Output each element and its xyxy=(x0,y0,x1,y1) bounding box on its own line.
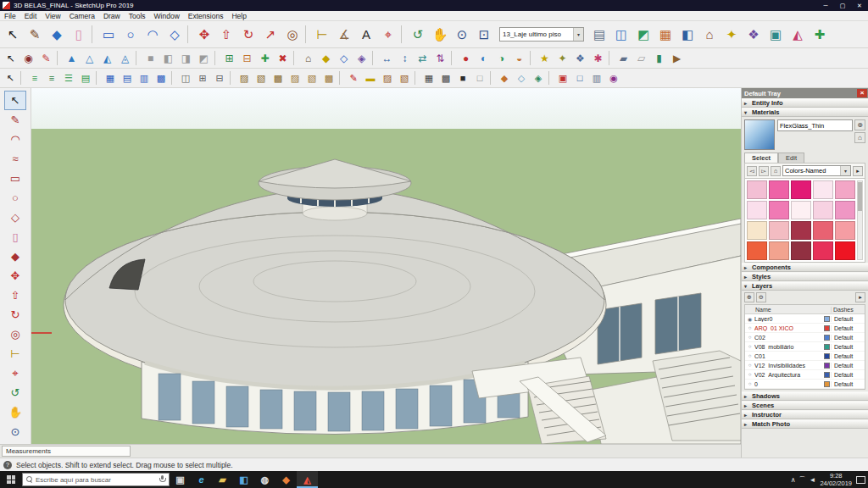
rotate-tool-icon[interactable]: ↻ xyxy=(4,305,26,324)
material-swatch[interactable] xyxy=(769,221,789,240)
tool-icon[interactable]: ◇ xyxy=(513,70,530,86)
push-pull-tool-icon[interactable]: ⇧ xyxy=(215,24,237,46)
details-arrow-icon[interactable]: ▸ xyxy=(855,292,865,302)
layer-dash-style[interactable]: Default xyxy=(831,363,865,369)
forward-icon[interactable]: ▻ xyxy=(759,166,769,176)
material-name-field[interactable]: FlexGlass_Thin xyxy=(777,119,853,131)
tool-icon[interactable]: ↔ xyxy=(378,50,396,67)
material-swatch[interactable] xyxy=(769,241,789,260)
add-location-icon-icon[interactable]: ✚ xyxy=(809,24,831,46)
tool-icon[interactable]: ▧ xyxy=(303,70,320,86)
task-view-button[interactable]: ▣ xyxy=(170,471,191,488)
paint-bucket-tool-icon[interactable]: ◆ xyxy=(4,247,26,266)
select-tool-icon[interactable]: ↖ xyxy=(4,91,26,110)
rectangle-tool-icon[interactable]: ▭ xyxy=(4,169,26,188)
tab-select[interactable]: Select xyxy=(744,152,778,163)
tool-icon[interactable]: ★ xyxy=(536,50,554,67)
menu-edit[interactable]: Edit xyxy=(20,11,42,20)
section-entity-info[interactable]: ▸ Entity Info xyxy=(742,98,868,108)
section-scenes[interactable]: ▸ Scenes xyxy=(742,401,868,410)
shadows-toolbar-icon-icon[interactable]: ✦ xyxy=(721,24,743,46)
material-swatch[interactable] xyxy=(813,180,833,199)
tool-icon[interactable]: ◫ xyxy=(177,70,194,86)
microphone-icon[interactable] xyxy=(159,475,165,484)
paint-bucket-tool-icon[interactable]: ◆ xyxy=(46,24,68,46)
tool-icon[interactable]: ▰ xyxy=(615,50,632,67)
tool-icon[interactable]: ◆ xyxy=(496,70,513,86)
tray-close-icon[interactable]: × xyxy=(857,89,867,97)
layer-dash-style[interactable]: Default xyxy=(831,381,865,387)
layer-color-chip[interactable] xyxy=(824,335,830,341)
in-model-icon[interactable]: ⌂ xyxy=(771,166,781,176)
tool-icon[interactable]: ▲ xyxy=(63,50,81,67)
visibility-icon[interactable]: ○ xyxy=(745,372,754,377)
layer-dash-style[interactable]: Default xyxy=(831,325,865,331)
material-swatch[interactable] xyxy=(813,241,833,260)
tool-icon[interactable]: ✱ xyxy=(589,50,607,67)
material-swatch[interactable] xyxy=(813,201,833,219)
layer-dash-style[interactable]: Default xyxy=(831,316,865,322)
freehand-tool-icon[interactable]: ≈ xyxy=(4,149,26,169)
orbit-tool-icon[interactable]: ↺ xyxy=(4,383,26,402)
tab-edit[interactable]: Edit xyxy=(778,152,804,163)
visibility-icon[interactable]: ○ xyxy=(745,325,754,330)
app-icon-1[interactable]: ◧ xyxy=(233,471,254,488)
tool-icon[interactable]: ↕ xyxy=(396,50,414,67)
tool-icon[interactable]: ◩ xyxy=(195,50,213,67)
tool-icon[interactable]: ⊟ xyxy=(211,70,228,86)
section-tool-icon[interactable]: ◫ xyxy=(610,24,632,46)
section-styles[interactable]: ▸ Styles xyxy=(742,272,868,281)
tool-icon[interactable]: ▩ xyxy=(270,70,287,86)
layer-color-chip[interactable] xyxy=(824,363,830,369)
tool-icon[interactable]: ✎ xyxy=(37,50,55,67)
tool-icon[interactable]: ⊟ xyxy=(238,50,256,67)
collection-dropdown[interactable]: Colors-Named ▾ xyxy=(782,165,851,176)
polygon-tool-icon[interactable]: ◇ xyxy=(4,208,26,227)
menu-camera[interactable]: Camera xyxy=(65,11,99,20)
tool-icon[interactable]: ◈ xyxy=(353,50,370,67)
materials-toolbar-icon-icon[interactable]: ▦ xyxy=(654,24,676,46)
layer-color-chip[interactable] xyxy=(824,316,830,322)
tool-icon[interactable]: ◨ xyxy=(177,50,195,67)
sketchup-icon[interactable]: ◭ xyxy=(297,471,318,488)
tool-icon[interactable]: □ xyxy=(471,70,488,86)
text-tool-icon[interactable]: A xyxy=(355,24,377,46)
tool-icon[interactable]: ▥ xyxy=(136,70,153,86)
minimize-button[interactable]: ─ xyxy=(817,0,834,11)
push-pull-tool-icon[interactable]: ⇧ xyxy=(4,286,26,305)
network-icon[interactable]: ⌒ xyxy=(799,475,806,485)
close-button[interactable]: ✕ xyxy=(851,0,868,11)
back-icon[interactable]: ◅ xyxy=(747,166,757,176)
menu-view[interactable]: View xyxy=(41,11,64,20)
orbit-tool-icon[interactable]: ↺ xyxy=(407,24,429,46)
material-swatch[interactable] xyxy=(791,241,811,260)
visibility-icon[interactable]: ○ xyxy=(745,381,754,386)
tool-icon[interactable]: ⌂ xyxy=(299,50,317,67)
scenes-toolbar-icon-icon[interactable]: ▣ xyxy=(765,24,787,46)
zoom-tool-icon[interactable]: ⊙ xyxy=(451,24,473,46)
tool-icon[interactable]: ▧ xyxy=(396,70,413,86)
material-swatch[interactable] xyxy=(791,201,811,219)
tool-icon[interactable]: ◐ xyxy=(475,50,492,67)
material-swatch[interactable] xyxy=(835,180,855,199)
tool-icon[interactable]: ◑ xyxy=(492,50,510,67)
visibility-icon[interactable]: ○ xyxy=(745,335,754,340)
visibility-icon[interactable]: ○ xyxy=(745,353,754,358)
section-match-photo[interactable]: ▸ Match Photo xyxy=(742,419,868,429)
tool-icon[interactable]: ◬ xyxy=(116,50,134,67)
app-icon-2[interactable]: ◍ xyxy=(254,471,275,488)
tool-icon[interactable]: ☰ xyxy=(60,70,77,86)
circle-tool-icon[interactable]: ○ xyxy=(4,188,26,208)
tool-icon[interactable]: ≡ xyxy=(26,70,43,86)
tool-icon[interactable]: ◆ xyxy=(317,50,335,67)
views-toolbar-icon-icon[interactable]: ◧ xyxy=(676,24,698,46)
material-swatch[interactable] xyxy=(791,180,811,199)
tape-measure-tool-icon[interactable]: ⊢ xyxy=(4,344,26,363)
tool-icon[interactable]: ▨ xyxy=(236,70,253,86)
tool-icon[interactable]: ⊞ xyxy=(220,50,238,67)
layer-color-chip[interactable] xyxy=(824,353,830,359)
offset-tool-icon[interactable]: ◎ xyxy=(281,24,303,46)
tool-icon[interactable]: □ xyxy=(571,70,588,86)
components-toolbar-icon-icon[interactable]: ❖ xyxy=(743,24,765,46)
material-swatch[interactable] xyxy=(813,221,833,240)
